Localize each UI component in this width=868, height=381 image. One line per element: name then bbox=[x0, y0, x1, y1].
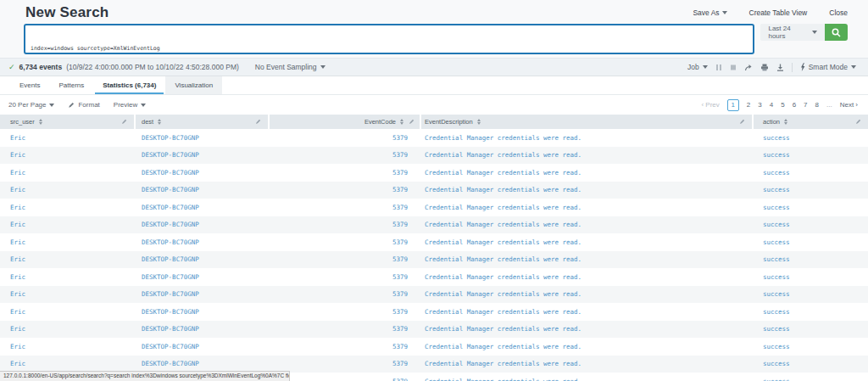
page-1-button[interactable]: 1 bbox=[727, 99, 739, 111]
event-sampling-dropdown[interactable]: No Event Sampling bbox=[255, 63, 326, 71]
job-dropdown[interactable]: Job bbox=[687, 63, 708, 71]
cell-EventDescription[interactable]: Credential Manager credentials were read… bbox=[421, 238, 754, 246]
cell-action[interactable]: success bbox=[754, 343, 868, 350]
preview-dropdown[interactable]: Preview bbox=[114, 101, 146, 109]
pencil-icon[interactable] bbox=[409, 119, 415, 125]
cell-EventDescription[interactable]: Credential Manager credentials were read… bbox=[421, 308, 754, 316]
cell-EventCode[interactable]: 5379 bbox=[270, 186, 421, 193]
cell-EventDescription[interactable]: Credential Manager credentials were read… bbox=[421, 378, 754, 381]
export-button[interactable] bbox=[776, 64, 784, 71]
search-button[interactable] bbox=[825, 24, 848, 41]
page-4-button[interactable]: 4 bbox=[770, 101, 773, 109]
cell-EventCode[interactable]: 5379 bbox=[270, 204, 421, 211]
cell-EventCode[interactable]: 5379 bbox=[270, 325, 421, 333]
tab-visualization[interactable]: Visualization bbox=[165, 76, 222, 94]
cell-dest[interactable]: DESKTOP-BC70GNP bbox=[136, 290, 270, 298]
pause-button[interactable] bbox=[715, 64, 722, 71]
page-8-button[interactable]: 8 bbox=[815, 101, 819, 109]
cell-EventDescription[interactable]: Credential Manager credentials were read… bbox=[421, 204, 754, 211]
column-header-src_user[interactable]: src_user bbox=[0, 115, 136, 129]
stop-button[interactable] bbox=[730, 64, 737, 71]
cell-action[interactable]: success bbox=[754, 169, 868, 176]
pencil-icon[interactable] bbox=[855, 119, 861, 125]
cell-action[interactable]: success bbox=[754, 273, 868, 281]
format-button[interactable]: Format bbox=[68, 101, 99, 109]
cell-src_user[interactable]: Eric bbox=[0, 186, 136, 193]
column-header-action[interactable]: action bbox=[754, 115, 868, 129]
cell-action[interactable]: success bbox=[754, 290, 868, 298]
cell-EventDescription[interactable]: Credential Manager credentials were read… bbox=[421, 169, 754, 176]
cell-EventCode[interactable]: 5379 bbox=[270, 378, 421, 381]
cell-EventDescription[interactable]: Credential Manager credentials were read… bbox=[421, 186, 754, 193]
cell-action[interactable]: success bbox=[754, 360, 868, 367]
pencil-icon[interactable] bbox=[121, 119, 127, 125]
share-button[interactable] bbox=[744, 64, 753, 71]
cell-EventDescription[interactable]: Credential Manager credentials were read… bbox=[421, 360, 754, 367]
cell-src_user[interactable]: Eric bbox=[0, 255, 136, 263]
cell-action[interactable]: success bbox=[754, 221, 868, 228]
cell-dest[interactable]: DESKTOP-BC70GNP bbox=[136, 343, 270, 350]
pencil-icon[interactable] bbox=[255, 119, 261, 125]
cell-EventDescription[interactable]: Credential Manager credentials were read… bbox=[421, 151, 754, 159]
cell-action[interactable]: success bbox=[754, 151, 868, 159]
cell-dest[interactable]: DESKTOP-BC70GNP bbox=[136, 186, 270, 193]
cell-src_user[interactable]: Eric bbox=[0, 169, 136, 176]
cell-dest[interactable]: DESKTOP-BC70GNP bbox=[136, 255, 270, 263]
cell-EventCode[interactable]: 5379 bbox=[270, 273, 421, 281]
print-button[interactable] bbox=[760, 64, 769, 71]
cell-EventCode[interactable]: 5379 bbox=[270, 238, 421, 246]
cell-src_user[interactable]: Eric bbox=[0, 290, 136, 298]
cell-dest[interactable]: DESKTOP-BC70GNP bbox=[136, 238, 270, 246]
pencil-icon[interactable] bbox=[739, 119, 745, 125]
cell-src_user[interactable]: Eric bbox=[0, 151, 136, 159]
cell-EventCode[interactable]: 5379 bbox=[270, 169, 421, 176]
cell-EventDescription[interactable]: Credential Manager credentials were read… bbox=[421, 325, 754, 333]
cell-EventCode[interactable]: 5379 bbox=[270, 343, 421, 350]
cell-src_user[interactable]: Eric bbox=[0, 360, 136, 367]
create-table-view-button[interactable]: Create Table View bbox=[749, 8, 808, 17]
page-7-button[interactable]: 7 bbox=[804, 101, 807, 109]
column-header-dest[interactable]: dest bbox=[136, 115, 270, 129]
cell-dest[interactable]: DESKTOP-BC70GNP bbox=[136, 325, 270, 333]
cell-EventDescription[interactable]: Credential Manager credentials were read… bbox=[421, 290, 754, 298]
per-page-dropdown[interactable]: 20 Per Page bbox=[8, 101, 54, 109]
cell-EventDescription[interactable]: Credential Manager credentials were read… bbox=[421, 221, 754, 228]
cell-action[interactable]: success bbox=[754, 325, 868, 333]
column-header-EventDescription[interactable]: EventDescription bbox=[421, 115, 754, 129]
cell-action[interactable]: success bbox=[754, 204, 868, 211]
cell-dest[interactable]: DESKTOP-BC70GNP bbox=[136, 308, 270, 316]
cell-src_user[interactable]: Eric bbox=[0, 325, 136, 333]
cell-EventCode[interactable]: 5379 bbox=[270, 255, 421, 263]
cell-dest[interactable]: DESKTOP-BC70GNP bbox=[136, 169, 270, 176]
column-header-EventCode[interactable]: EventCode bbox=[270, 115, 421, 129]
cell-action[interactable]: success bbox=[754, 238, 868, 246]
cell-dest[interactable]: DESKTOP-BC70GNP bbox=[136, 204, 270, 211]
cell-dest[interactable]: DESKTOP-BC70GNP bbox=[136, 273, 270, 281]
cell-src_user[interactable]: Eric bbox=[0, 221, 136, 228]
cell-EventCode[interactable]: 5379 bbox=[270, 308, 421, 316]
cell-action[interactable]: success bbox=[754, 378, 868, 381]
smart-mode-dropdown[interactable]: Smart Mode bbox=[800, 63, 856, 71]
save-as-button[interactable]: Save As bbox=[693, 8, 726, 17]
close-button[interactable]: Close bbox=[829, 8, 848, 17]
cell-src_user[interactable]: Eric bbox=[0, 204, 136, 211]
cell-src_user[interactable]: Eric bbox=[0, 273, 136, 281]
cell-src_user[interactable]: Eric bbox=[0, 308, 136, 316]
next-page-button[interactable]: Next › bbox=[840, 101, 858, 109]
cell-action[interactable]: success bbox=[754, 134, 868, 142]
cell-action[interactable]: success bbox=[754, 308, 868, 316]
cell-EventCode[interactable]: 5379 bbox=[270, 221, 421, 228]
cell-action[interactable]: success bbox=[754, 186, 868, 193]
cell-action[interactable]: success bbox=[754, 255, 868, 263]
cell-EventDescription[interactable]: Credential Manager credentials were read… bbox=[421, 255, 754, 263]
cell-EventDescription[interactable]: Credential Manager credentials were read… bbox=[421, 134, 754, 142]
cell-EventDescription[interactable]: Credential Manager credentials were read… bbox=[421, 273, 754, 281]
page-6-button[interactable]: 6 bbox=[793, 101, 796, 109]
cell-EventCode[interactable]: 5379 bbox=[270, 360, 421, 367]
cell-src_user[interactable]: Eric bbox=[0, 134, 136, 142]
tab-statistics[interactable]: Statistics (6,734) bbox=[93, 76, 165, 94]
time-range-picker[interactable]: Last 24 hours bbox=[760, 24, 824, 41]
cell-src_user[interactable]: Eric bbox=[0, 238, 136, 246]
tab-patterns[interactable]: Patterns bbox=[49, 76, 93, 94]
cell-EventCode[interactable]: 5379 bbox=[270, 151, 421, 159]
